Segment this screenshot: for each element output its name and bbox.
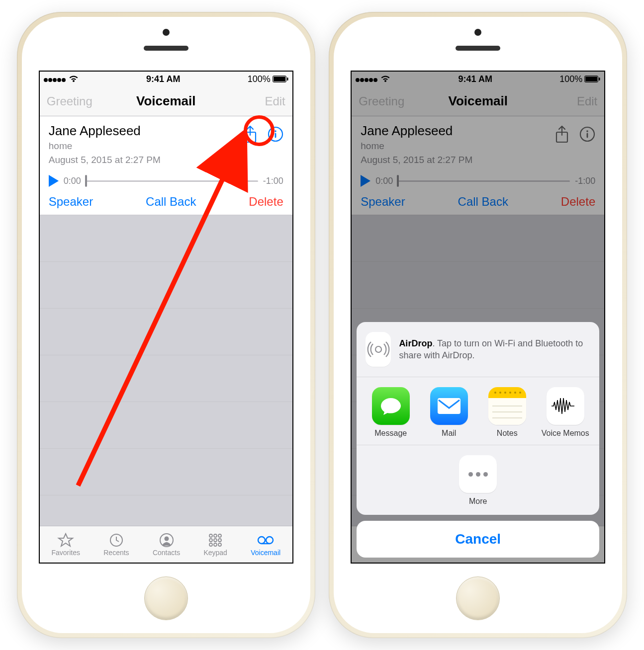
front-camera <box>474 29 481 36</box>
share-app-message[interactable]: Message <box>362 387 420 438</box>
share-action-more[interactable]: More <box>362 455 594 506</box>
status-bar: 9:41 AM 100% <box>40 72 292 86</box>
tab-voicemail[interactable]: Voicemail <box>251 533 280 557</box>
status-time: 9:41 AM <box>146 74 180 84</box>
svg-rect-6 <box>275 133 276 138</box>
svg-rect-1 <box>274 77 285 81</box>
scrubber-thumb[interactable] <box>85 175 87 187</box>
svg-point-57 <box>519 392 521 394</box>
elapsed-time: 0:00 <box>64 176 81 186</box>
iphone-frame-left: 9:41 AM 100% Greeting Voicemail Edit <box>17 12 315 638</box>
tab-label: Contacts <box>153 549 180 557</box>
svg-point-56 <box>514 392 516 394</box>
home-button[interactable] <box>456 576 500 620</box>
airdrop-text: AirDrop. Tap to turn on Wi-Fi and Blueto… <box>399 337 590 362</box>
svg-point-19 <box>258 537 265 544</box>
airdrop-icon <box>366 332 391 367</box>
svg-point-16 <box>209 543 212 546</box>
tab-label: Keypad <box>203 549 227 557</box>
tab-recents[interactable]: Recents <box>103 533 129 557</box>
scrubber-track[interactable] <box>86 180 258 182</box>
share-app-notes[interactable]: Notes <box>478 387 536 438</box>
svg-point-14 <box>214 539 217 542</box>
tab-label: Voicemail <box>251 549 280 557</box>
svg-point-13 <box>209 539 212 542</box>
tab-bar: Favorites Recents Contacts Keypad <box>40 526 292 563</box>
contact-icon <box>158 533 176 548</box>
message-app-icon <box>372 387 410 425</box>
home-button[interactable] <box>144 576 188 620</box>
share-icon[interactable] <box>243 125 258 143</box>
front-camera <box>163 29 170 36</box>
svg-point-10 <box>209 534 212 537</box>
cancel-label: Cancel <box>455 531 501 547</box>
call-datetime: August 5, 2015 at 2:27 PM <box>49 154 161 166</box>
mail-app-icon <box>430 387 468 425</box>
keypad-icon <box>206 533 224 548</box>
battery-percent: 100% <box>248 74 271 84</box>
battery-icon <box>273 76 288 82</box>
svg-point-12 <box>218 534 221 537</box>
edit-button[interactable]: Edit <box>265 94 285 108</box>
greeting-button[interactable]: Greeting <box>47 94 92 108</box>
share-apps-row: Message Mail Notes <box>357 377 599 445</box>
tab-keypad[interactable]: Keypad <box>203 533 227 557</box>
svg-point-20 <box>266 537 273 544</box>
more-icon <box>459 455 497 493</box>
voicemail-detail-card: Jane Appleseed home August 5, 2015 at 2:… <box>40 116 292 215</box>
delete-button[interactable]: Delete <box>249 195 283 209</box>
svg-point-9 <box>164 536 169 541</box>
svg-point-55 <box>509 392 511 394</box>
app-label: Mail <box>442 429 456 438</box>
caller-name: Jane Appleseed <box>49 123 161 139</box>
caller-label: home <box>49 140 161 153</box>
svg-point-11 <box>214 534 217 537</box>
share-actions-row: More <box>357 445 599 515</box>
svg-point-53 <box>499 392 501 394</box>
voicememos-app-icon <box>547 387 584 425</box>
tab-label: Recents <box>103 549 129 557</box>
app-label: Voice Memos <box>542 429 589 438</box>
svg-point-18 <box>218 543 221 546</box>
svg-rect-46 <box>438 398 460 414</box>
cancel-button[interactable]: Cancel <box>357 521 599 558</box>
clock-icon <box>107 533 125 548</box>
notes-app-icon <box>488 387 526 425</box>
svg-point-5 <box>275 130 276 132</box>
app-label: Notes <box>497 429 518 438</box>
app-label: Message <box>374 429 407 438</box>
action-label: More <box>469 497 487 506</box>
speaker-button[interactable]: Speaker <box>49 195 93 209</box>
svg-point-52 <box>494 392 496 394</box>
empty-list-area <box>40 215 292 526</box>
svg-rect-48 <box>488 398 526 425</box>
share-app-voicememos[interactable]: Voice Memos <box>536 387 594 438</box>
nav-bar: Greeting Voicemail Edit <box>40 86 292 116</box>
info-icon[interactable] <box>268 126 283 142</box>
share-sheet: AirDrop. Tap to turn on Wi-Fi and Blueto… <box>357 322 599 558</box>
screen-left: 9:41 AM 100% Greeting Voicemail Edit <box>39 71 293 564</box>
svg-point-54 <box>504 392 506 394</box>
svg-point-15 <box>218 539 221 542</box>
signal-dots-icon <box>44 74 66 84</box>
callback-button[interactable]: Call Back <box>146 195 196 209</box>
svg-rect-2 <box>287 78 288 81</box>
svg-point-45 <box>375 346 381 352</box>
earpiece-speaker <box>144 46 188 51</box>
star-icon <box>57 533 75 548</box>
wifi-icon <box>68 75 79 83</box>
tab-favorites[interactable]: Favorites <box>51 533 80 557</box>
svg-point-17 <box>214 543 217 546</box>
remaining-time: -1:00 <box>263 176 283 186</box>
screen-right: 9:41 AM 100% Greeting Voicemail Edit <box>351 71 605 564</box>
share-app-mail[interactable]: Mail <box>420 387 478 438</box>
play-button[interactable] <box>49 175 59 187</box>
iphone-frame-right: 9:41 AM 100% Greeting Voicemail Edit <box>329 12 627 638</box>
tab-contacts[interactable]: Contacts <box>153 533 180 557</box>
voicemail-icon <box>257 533 275 548</box>
tab-label: Favorites <box>51 549 80 557</box>
earpiece-speaker <box>456 46 500 51</box>
airdrop-row[interactable]: AirDrop. Tap to turn on Wi-Fi and Blueto… <box>357 322 599 377</box>
